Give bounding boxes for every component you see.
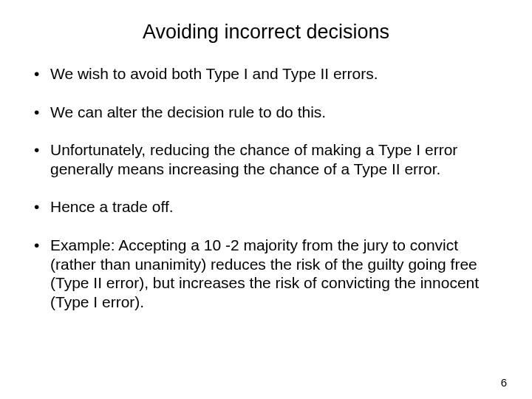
page-number: 6 [501, 376, 507, 389]
bullet-list: We wish to avoid both Type I and Type II… [30, 64, 502, 311]
list-item: We can alter the decision rule to do thi… [30, 103, 502, 122]
list-item: Example: Accepting a 10 -2 majority from… [30, 236, 502, 311]
list-item: We wish to avoid both Type I and Type II… [30, 64, 502, 83]
list-item: Unfortunately, reducing the chance of ma… [30, 140, 502, 178]
list-item: Hence a trade off. [30, 197, 502, 216]
slide-title: Avoiding incorrect decisions [30, 21, 502, 44]
